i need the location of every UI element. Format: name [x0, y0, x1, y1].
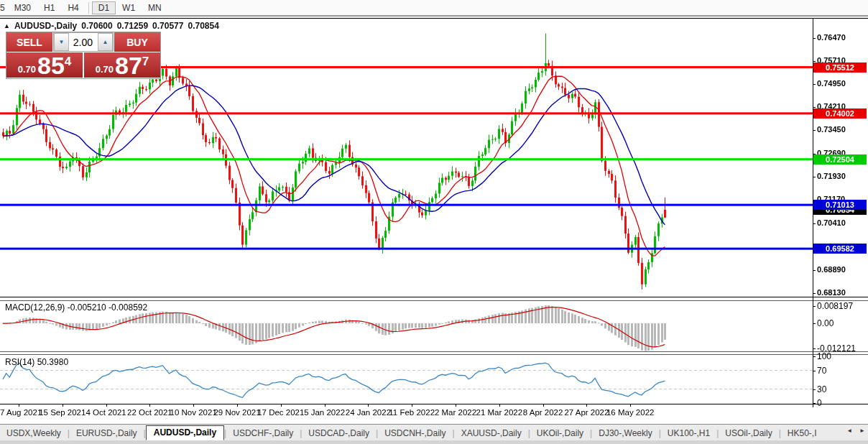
price-tick-label: 0.76470 — [817, 33, 846, 42]
price-level-badge: 0.69582 — [813, 244, 867, 254]
date-label: 15 Sep 2021 — [39, 408, 86, 417]
date-label: 24 Jan 2022 — [346, 408, 391, 417]
trading-platform-window: 5M30H1H4D1W1MN ▲ AUDUSD-,Daily 0.70600 0… — [0, 0, 868, 444]
rsi-tick-label: 100 — [817, 351, 831, 361]
price-tick-label: 0.70410 — [817, 218, 846, 227]
date-label: 27 Aug 2021 — [0, 408, 42, 417]
price-tick-label: 0.68130 — [817, 288, 846, 297]
ohlc-high: 0.71259 — [117, 21, 148, 31]
rsi-label: RSI(14) — [5, 357, 34, 367]
symbol-tab-usdx[interactable]: USDX,Weekly — [0, 426, 68, 440]
symbol-tab-hk50[interactable]: HK50-,I — [781, 426, 823, 440]
tab-scroll-buttons: ◄ ► — [845, 426, 867, 435]
symbol-tab-ukoil[interactable]: UKOil-,Daily — [530, 426, 590, 440]
symbol-tab-audusd[interactable]: AUDUSD-,Daily — [146, 425, 224, 440]
price-tick-label: 0.74950 — [817, 79, 846, 88]
timeframe-button-mn[interactable]: MN — [142, 1, 168, 14]
timeframe-button-5[interactable]: 5 — [0, 1, 8, 14]
volume-stepper: ▼ 2.00 ▲ — [53, 32, 114, 52]
tab-scroll-right-button[interactable]: ► — [858, 426, 867, 435]
date-label: 27 Apr 2022 — [564, 408, 609, 417]
symbol-tab-dj30[interactable]: DJ30-,Weekly — [592, 426, 658, 440]
rsi-tick-label: 70 — [817, 366, 826, 376]
price-level-badge: 0.74002 — [813, 108, 867, 119]
date-label: 16 May 2022 — [606, 408, 655, 417]
volume-decrease-button[interactable]: ▼ — [54, 33, 69, 51]
date-label: 4 Oct 2021 — [86, 408, 126, 417]
ohlc-low: 0.70577 — [152, 21, 183, 31]
symbol-tab-usoil[interactable]: USOil-,Daily — [719, 426, 778, 440]
toolbar-separator — [88, 2, 89, 14]
buy-price[interactable]: 0.70 87 7 — [84, 52, 160, 78]
date-label: 8 Apr 2022 — [523, 408, 563, 417]
rsi-value: 50.3980 — [37, 357, 68, 367]
trade-panel: SELL ▼ 2.00 ▲ BUY 0.70 85 4 0.70 87 7 — [6, 32, 161, 79]
symbol-tab-usdchf[interactable]: USDCHF-,Daily — [226, 426, 300, 440]
price-tick-label: 0.68890 — [817, 265, 846, 274]
window-bottom-strip — [0, 440, 868, 444]
trade-panel-top-row: SELL ▼ 2.00 ▲ BUY — [6, 32, 160, 52]
chart-title: ▲ AUDUSD-,Daily 0.70600 0.71259 0.70577 … — [4, 21, 219, 31]
price-tick-label: 0.73450 — [817, 125, 846, 134]
symbol-tab-usdcnh[interactable]: USDCNH-,Daily — [378, 426, 452, 440]
price-level-badge: 0.72504 — [813, 154, 867, 165]
date-label: 29 Nov 2021 — [213, 408, 260, 417]
chart-marker-icon: ▲ — [4, 22, 10, 29]
symbol-tab-bar: USDX,Weekly|EURUSD-,Daily|AUDUSD-,Daily|… — [0, 424, 868, 441]
macd-tick-label: 0.008197 — [817, 301, 853, 311]
ohlc-open: 0.70600 — [81, 21, 112, 31]
sell-price-prefix: 0.70 — [18, 64, 36, 75]
symbol-tab-eurusd[interactable]: EURUSD-,Daily — [70, 426, 144, 440]
rsi-tick-label: 30 — [817, 384, 826, 394]
rsi-tick-label: 0 — [817, 398, 822, 408]
date-label: 11 Feb 2022 — [389, 408, 435, 417]
date-label: 5 Jan 2022 — [304, 408, 345, 417]
ohlc-close: 0.70854 — [188, 21, 218, 31]
date-label: 17 Dec 2021 — [257, 408, 304, 417]
macd-tick-label: 0.00 — [817, 318, 834, 328]
date-label: 2 Mar 2022 — [435, 408, 476, 417]
sell-button[interactable]: SELL — [6, 32, 52, 52]
tab-scroll-left-button[interactable]: ◄ — [845, 426, 854, 435]
volume-value[interactable]: 2.00 — [69, 33, 98, 51]
symbol-tab-uk100[interactable]: UK100-,H1 — [661, 426, 716, 440]
date-label: 22 Oct 2021 — [127, 408, 172, 417]
sell-price-sup: 4 — [65, 55, 71, 69]
timeframe-button-m30[interactable]: M30 — [8, 1, 37, 14]
timeframe-button-d1[interactable]: D1 — [92, 1, 116, 14]
sell-price[interactable]: 0.70 85 4 — [6, 52, 83, 78]
symbol-tab-usdcad[interactable]: USDCAD-,Daily — [302, 426, 376, 440]
date-label: 10 Nov 2021 — [170, 408, 217, 417]
macd-values: -0.005210 -0.008592 — [68, 302, 147, 313]
symbol-name: AUDUSD-,Daily — [14, 21, 77, 31]
buy-price-sup: 7 — [142, 55, 149, 69]
volume-increase-button[interactable]: ▲ — [98, 33, 113, 51]
rsi-pane-label: RSI(14) 50.3980 — [5, 357, 68, 367]
macd-pane-label: MACD(12,26,9) -0.005210 -0.008592 — [5, 302, 147, 313]
price-level-badge: 0.75512 — [813, 63, 867, 73]
symbol-tab-xauusd[interactable]: XAUUSD-,Daily — [455, 426, 528, 440]
sell-price-big: 85 — [37, 55, 65, 76]
timeframe-button-h1[interactable]: H1 — [37, 1, 61, 14]
timeframe-toolbar: 5M30H1H4D1W1MN — [0, 0, 868, 17]
buy-price-prefix: 0.70 — [96, 64, 114, 75]
buy-price-big: 87 — [115, 55, 142, 76]
timeframe-button-h4[interactable]: H4 — [61, 1, 85, 14]
buy-button[interactable]: BUY — [114, 32, 160, 52]
price-tick-label: 0.71930 — [817, 172, 846, 180]
trade-panel-price-row: 0.70 85 4 0.70 87 7 — [6, 52, 160, 78]
price-level-badge: 0.71013 — [813, 200, 867, 210]
timeframe-button-w1[interactable]: W1 — [116, 1, 142, 14]
macd-label: MACD(12,26,9) — [5, 302, 65, 313]
date-label: 21 Mar 2022 — [476, 408, 523, 417]
